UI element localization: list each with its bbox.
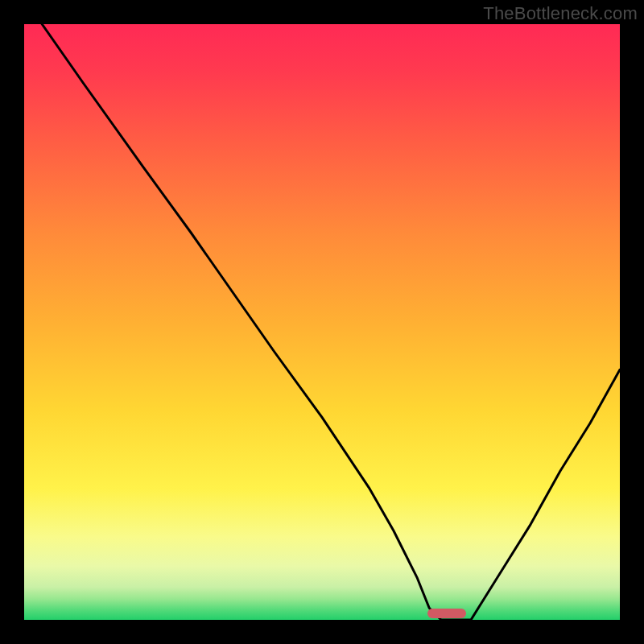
plot-area bbox=[24, 24, 620, 620]
bottleneck-range-marker bbox=[427, 609, 466, 618]
watermark-text: TheBottleneck.com bbox=[483, 3, 638, 24]
severity-gradient-background bbox=[24, 24, 620, 620]
chart-frame: TheBottleneck.com bbox=[0, 0, 644, 644]
